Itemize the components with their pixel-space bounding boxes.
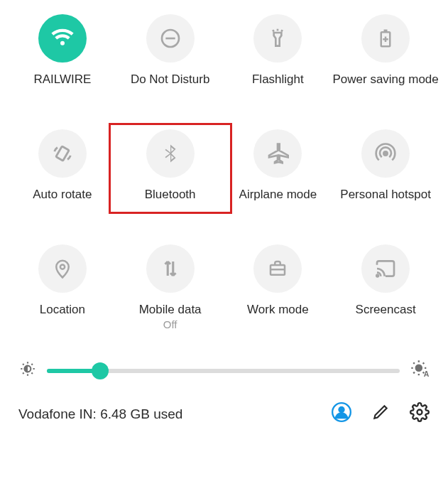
settings-icon[interactable] bbox=[410, 402, 430, 426]
user-icon[interactable] bbox=[332, 402, 351, 426]
battery-plus-icon bbox=[361, 14, 410, 63]
tile-label: Personal hotspot bbox=[340, 188, 431, 202]
bluetooth-icon bbox=[146, 129, 195, 178]
airplane-icon bbox=[253, 129, 302, 178]
svg-point-11 bbox=[60, 264, 65, 269]
footer-row: Vodafone IN: 6.48 GB used bbox=[0, 398, 448, 438]
svg-point-16 bbox=[415, 365, 422, 371]
edit-icon[interactable] bbox=[371, 403, 390, 425]
svg-text:A: A bbox=[424, 370, 430, 378]
svg-point-20 bbox=[417, 410, 422, 415]
location-icon bbox=[38, 244, 87, 293]
brightness-slider[interactable] bbox=[47, 369, 400, 373]
tile-dnd[interactable]: Do Not Disturb bbox=[116, 14, 224, 87]
data-arrows-icon bbox=[146, 244, 195, 293]
tile-label: Bluetooth bbox=[145, 188, 196, 202]
tile-flashlight[interactable]: Flashlight bbox=[224, 14, 332, 87]
tile-power-saving[interactable]: Power saving mode bbox=[332, 14, 439, 87]
tile-label: Power saving mode bbox=[332, 72, 438, 87]
tile-work-mode[interactable]: Work mode bbox=[224, 244, 332, 330]
briefcase-icon bbox=[253, 244, 302, 293]
rotate-icon bbox=[38, 129, 87, 178]
tile-bluetooth[interactable]: Bluetooth bbox=[109, 123, 232, 214]
tile-label: Work mode bbox=[247, 303, 309, 317]
brightness-thumb[interactable] bbox=[92, 362, 109, 379]
tile-airplane[interactable]: Airplane mode bbox=[224, 129, 332, 202]
svg-point-10 bbox=[383, 151, 387, 155]
tile-location[interactable]: Location bbox=[9, 244, 116, 330]
svg-rect-9 bbox=[56, 146, 69, 161]
brightness-auto-icon[interactable]: A bbox=[410, 359, 430, 382]
tile-hotspot[interactable]: Personal hotspot bbox=[332, 129, 439, 202]
tile-label: Screencast bbox=[356, 303, 416, 317]
cast-icon bbox=[361, 244, 410, 293]
tile-label: Location bbox=[40, 303, 85, 317]
svg-point-14 bbox=[376, 275, 378, 277]
brightness-low-icon bbox=[18, 360, 37, 382]
flashlight-icon bbox=[253, 14, 302, 63]
tile-sublabel: Off bbox=[163, 318, 177, 330]
tile-screencast[interactable]: Screencast bbox=[332, 244, 439, 330]
tile-label: Airplane mode bbox=[239, 188, 317, 202]
tile-label: RAILWIRE bbox=[33, 72, 91, 87]
tile-mobile-data[interactable]: Mobile data Off bbox=[116, 244, 224, 330]
svg-line-4 bbox=[282, 30, 283, 32]
carrier-usage-text: Vodafone IN: 6.48 GB used bbox=[18, 406, 312, 422]
tile-label: Mobile data bbox=[139, 303, 202, 317]
dnd-icon bbox=[146, 14, 195, 63]
wifi-icon bbox=[38, 14, 87, 63]
hotspot-icon bbox=[361, 129, 410, 178]
tiles-grid: RAILWIRE Do Not Disturb Flashlight Power… bbox=[0, 0, 448, 359]
quick-settings-panel: RAILWIRE Do Not Disturb Flashlight Power… bbox=[0, 0, 448, 496]
tile-auto-rotate[interactable]: Auto rotate bbox=[9, 129, 116, 202]
brightness-row: A bbox=[0, 359, 448, 398]
tile-label: Auto rotate bbox=[33, 188, 92, 202]
tile-label: Flashlight bbox=[252, 72, 304, 87]
tile-label: Do Not Disturb bbox=[131, 72, 209, 87]
svg-line-3 bbox=[273, 30, 274, 32]
tile-wifi[interactable]: RAILWIRE bbox=[9, 14, 116, 87]
svg-point-19 bbox=[338, 406, 344, 413]
